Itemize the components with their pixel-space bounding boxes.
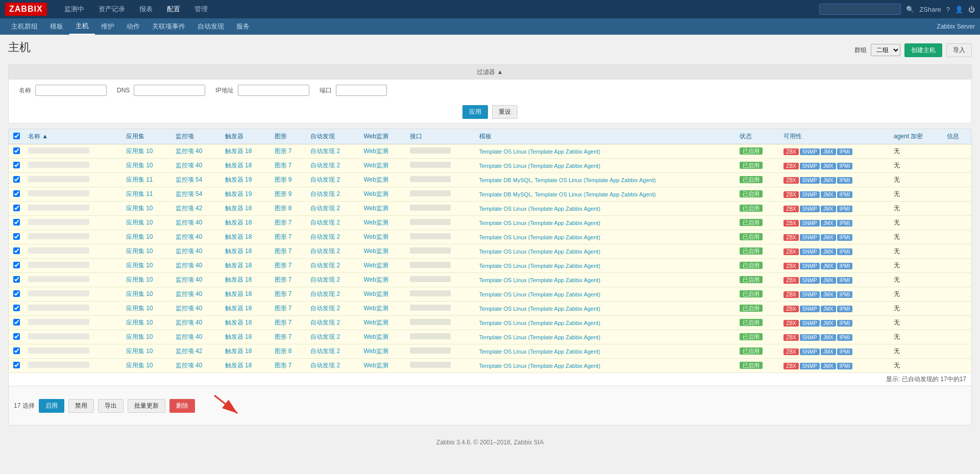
row-checkbox[interactable] (13, 233, 20, 240)
web-link[interactable]: Web监测 (363, 347, 388, 355)
web-link[interactable]: Web监测 (363, 290, 388, 297)
logout-icon[interactable]: ⏻ (968, 6, 975, 13)
web-link[interactable]: Web监测 (363, 147, 388, 155)
monitor-link[interactable]: 监控项 40 (176, 362, 203, 369)
row-checkbox[interactable] (13, 276, 20, 283)
web-link[interactable]: Web监测 (363, 219, 388, 226)
tag-zbx[interactable]: ZBX (783, 291, 798, 298)
tag-zbx[interactable]: ZBX (783, 206, 798, 212)
import-button[interactable]: 导入 (946, 43, 972, 57)
row-checkbox[interactable] (13, 333, 20, 340)
tag-ipmi[interactable]: IPMI (837, 363, 853, 369)
tag-jmx[interactable]: JMX (821, 163, 836, 169)
host-name[interactable] (28, 262, 89, 268)
tag-jmx[interactable]: JMX (821, 191, 836, 198)
template-link[interactable]: Template OS Linux (Template App Zabbix A… (479, 148, 600, 155)
web-link[interactable]: Web监测 (363, 190, 388, 197)
action-export-button[interactable]: 导出 (98, 399, 124, 413)
template-link[interactable]: Template OS Linux (Template App Zabbix A… (479, 277, 600, 283)
auto-link[interactable]: 自动发现 2 (310, 205, 340, 212)
tag-snmp[interactable]: SNMP (800, 320, 820, 327)
tag-snmp[interactable]: SNMP (800, 291, 820, 298)
host-name[interactable] (28, 233, 89, 239)
sec-nav-correlations[interactable]: 关联项事件 (146, 19, 191, 34)
graph-link[interactable]: 图形 7 (275, 276, 292, 283)
tag-jmx[interactable]: JMX (821, 334, 836, 341)
host-name[interactable] (28, 319, 89, 325)
app-link[interactable]: 应用集 10 (126, 290, 153, 297)
app-link[interactable]: 应用集 11 (126, 190, 153, 197)
graph-link[interactable]: 图形 7 (275, 362, 292, 369)
trigger-link[interactable]: 触发器 18 (225, 362, 252, 369)
tag-snmp[interactable]: SNMP (800, 363, 820, 369)
monitor-link[interactable]: 监控项 42 (176, 347, 203, 355)
web-link[interactable]: Web监测 (363, 276, 388, 283)
host-name[interactable] (28, 247, 89, 254)
filter-name-input[interactable] (35, 85, 107, 96)
sec-nav-services[interactable]: 服务 (230, 19, 256, 34)
auto-link[interactable]: 自动发现 2 (310, 219, 340, 226)
tag-zbx[interactable]: ZBX (783, 348, 798, 355)
tag-snmp[interactable]: SNMP (800, 348, 820, 355)
web-link[interactable]: Web监测 (363, 333, 388, 340)
filter-dns-input[interactable] (134, 85, 205, 96)
sec-nav-autodiscovery[interactable]: 自动发现 (191, 19, 230, 34)
tag-zbx[interactable]: ZBX (783, 320, 798, 327)
graph-link[interactable]: 图形 7 (275, 162, 292, 169)
tag-snmp[interactable]: SNMP (800, 220, 820, 227)
trigger-link[interactable]: 触发器 18 (225, 205, 252, 212)
tag-snmp[interactable]: SNMP (800, 148, 820, 155)
trigger-link[interactable]: 触发器 18 (225, 162, 252, 169)
tag-ipmi[interactable]: IPMI (837, 163, 853, 169)
row-checkbox[interactable] (13, 290, 20, 297)
web-link[interactable]: Web监测 (363, 262, 388, 269)
auto-link[interactable]: 自动发现 2 (310, 147, 340, 155)
tag-zbx[interactable]: ZBX (783, 306, 798, 312)
monitor-link[interactable]: 监控项 40 (176, 147, 203, 155)
tag-jmx[interactable]: JMX (821, 291, 836, 298)
graph-link[interactable]: 图形 7 (275, 247, 292, 255)
monitor-link[interactable]: 监控项 40 (176, 262, 203, 269)
monitor-link[interactable]: 监控项 40 (176, 233, 203, 240)
host-name[interactable] (28, 362, 89, 368)
auto-link[interactable]: 自动发现 2 (310, 362, 340, 369)
monitor-link[interactable]: 监控项 40 (176, 219, 203, 226)
row-checkbox[interactable] (13, 162, 20, 168)
filter-ip-input[interactable] (238, 85, 309, 96)
template-link[interactable]: Template DB MySQL, Template OS Linux (Te… (479, 177, 656, 183)
web-link[interactable]: Web监测 (363, 247, 388, 255)
web-link[interactable]: Web监测 (363, 319, 388, 326)
auto-link[interactable]: 自动发现 2 (310, 233, 340, 240)
action-enable-button[interactable]: 启用 (39, 399, 64, 413)
graph-link[interactable]: 图形 7 (275, 262, 292, 269)
trigger-link[interactable]: 触发器 18 (225, 219, 252, 226)
group-select[interactable]: 二组 (871, 44, 900, 56)
tag-jmx[interactable]: JMX (821, 234, 836, 241)
monitor-link[interactable]: 监控项 40 (176, 247, 203, 255)
monitor-link[interactable]: 监控项 40 (176, 290, 203, 297)
filter-apply-button[interactable]: 应用 (462, 105, 488, 119)
host-name[interactable] (28, 147, 89, 154)
web-link[interactable]: Web监测 (363, 233, 388, 240)
row-checkbox[interactable] (13, 176, 20, 183)
web-link[interactable]: Web监测 (363, 362, 388, 369)
app-link[interactable]: 应用集 10 (126, 362, 153, 369)
row-checkbox[interactable] (13, 205, 20, 211)
tag-jmx[interactable]: JMX (821, 148, 836, 155)
tag-snmp[interactable]: SNMP (800, 263, 820, 269)
tag-ipmi[interactable]: IPMI (837, 277, 853, 284)
template-link[interactable]: Template OS Linux (Template App Zabbix A… (479, 363, 600, 369)
app-link[interactable]: 应用集 10 (126, 276, 153, 283)
filter-port-input[interactable] (336, 85, 387, 96)
template-link[interactable]: Template OS Linux (Template App Zabbix A… (479, 163, 600, 169)
tag-jmx[interactable]: JMX (821, 206, 836, 212)
trigger-link[interactable]: 触发器 18 (225, 147, 252, 155)
trigger-link[interactable]: 触发器 18 (225, 347, 252, 355)
user-icon[interactable]: 👤 (955, 6, 963, 13)
tag-jmx[interactable]: JMX (821, 248, 836, 255)
graph-link[interactable]: 图形 7 (275, 290, 292, 297)
search-icon[interactable]: 🔍 (906, 6, 914, 13)
tag-ipmi[interactable]: IPMI (837, 291, 853, 298)
monitor-link[interactable]: 监控项 40 (176, 333, 203, 340)
trigger-link[interactable]: 触发器 19 (225, 176, 252, 183)
